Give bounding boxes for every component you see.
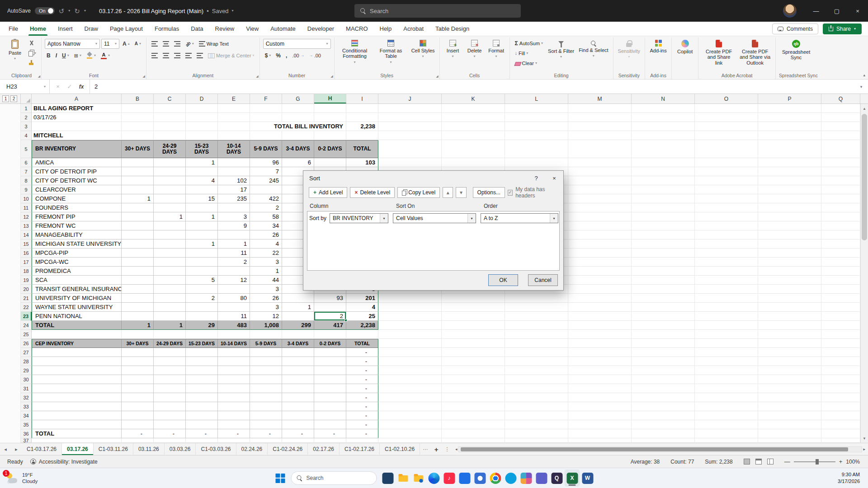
grid-cell[interactable] bbox=[821, 276, 860, 285]
row-header-4[interactable]: 4 bbox=[21, 131, 32, 140]
sheet-tab-c1-02-10-26[interactable]: C1-02.10.26 bbox=[380, 443, 420, 455]
grid-cell[interactable] bbox=[154, 402, 186, 411]
grid-cell[interactable] bbox=[568, 221, 632, 230]
grid-cell[interactable] bbox=[758, 375, 821, 384]
grid-cell[interactable]: 1 bbox=[250, 267, 282, 276]
page-layout-view-button[interactable] bbox=[755, 459, 762, 465]
grid-cell[interactable] bbox=[154, 122, 186, 131]
grid-cell[interactable]: - bbox=[346, 375, 378, 384]
grid-cell[interactable] bbox=[568, 113, 632, 122]
taskbar-clock[interactable]: 9:30 AM 3/17/2026 bbox=[838, 471, 868, 485]
grid-cell[interactable] bbox=[346, 438, 378, 443]
grid-cell[interactable] bbox=[568, 230, 632, 239]
grid-cell[interactable] bbox=[695, 402, 758, 411]
grid-cell[interactable]: 1 bbox=[186, 212, 218, 221]
grid-cell[interactable] bbox=[632, 384, 695, 393]
options-button[interactable]: Options... bbox=[473, 187, 505, 198]
grid-cell[interactable]: 103 bbox=[346, 158, 378, 167]
grid-cell[interactable] bbox=[250, 185, 282, 194]
grid-cell[interactable] bbox=[442, 375, 505, 384]
grid-cell[interactable]: 7 bbox=[250, 167, 282, 176]
grid-cell[interactable]: - bbox=[346, 420, 378, 429]
grid-cell[interactable]: 9 bbox=[218, 221, 250, 230]
q-app-icon[interactable]: Q bbox=[549, 469, 565, 487]
dialog-launcher-icon[interactable]: ◢ bbox=[143, 75, 145, 78]
grid-cell[interactable]: 1 bbox=[122, 321, 154, 330]
dialog-launcher-icon[interactable]: ◢ bbox=[38, 75, 40, 78]
grid-cell[interactable] bbox=[218, 104, 250, 113]
grid-cell[interactable] bbox=[568, 312, 632, 321]
grid-cell[interactable] bbox=[282, 131, 314, 140]
select-all-button[interactable] bbox=[21, 94, 32, 103]
grid-cell[interactable] bbox=[442, 131, 505, 140]
grid-cell[interactable] bbox=[186, 375, 218, 384]
font-name-select[interactable]: Aptos Narrow▾ bbox=[45, 39, 100, 49]
ribbon-tab-file[interactable]: File bbox=[3, 22, 24, 36]
paste-button[interactable]: Paste▾ bbox=[5, 38, 25, 61]
chrome-icon[interactable] bbox=[488, 469, 503, 487]
find-select-button[interactable]: Find & Select▾ bbox=[577, 38, 609, 58]
grid-cell[interactable] bbox=[378, 122, 442, 131]
grid-cell[interactable]: 58 bbox=[250, 212, 282, 221]
grid-cell[interactable] bbox=[314, 384, 346, 393]
grid-cell[interactable] bbox=[632, 104, 695, 113]
grid-cell[interactable] bbox=[282, 375, 314, 384]
grid-cell[interactable]: TOTAL bbox=[32, 321, 122, 330]
grid-cell[interactable] bbox=[186, 258, 218, 267]
grid-cell[interactable] bbox=[568, 276, 632, 285]
grid-cell[interactable] bbox=[758, 176, 821, 185]
grid-cell[interactable] bbox=[154, 438, 186, 443]
grid-cell[interactable] bbox=[250, 113, 282, 122]
grid-cell[interactable] bbox=[314, 113, 346, 122]
grid-cell[interactable] bbox=[632, 366, 695, 375]
grid-cell[interactable]: - bbox=[346, 357, 378, 366]
grid-cell[interactable] bbox=[314, 303, 346, 312]
grid-cell[interactable] bbox=[821, 375, 860, 384]
grid-cell[interactable] bbox=[218, 375, 250, 384]
grid-cell[interactable]: 4 bbox=[250, 239, 282, 249]
move-up-button[interactable]: ▴ bbox=[443, 187, 453, 198]
sheet-tab-03-17-26[interactable]: 03.17.26 bbox=[62, 443, 94, 455]
collapse-ribbon-icon[interactable]: ▴ bbox=[863, 73, 865, 77]
grid-cell[interactable] bbox=[186, 330, 218, 339]
grid-cell[interactable] bbox=[442, 393, 505, 402]
grid-cell[interactable] bbox=[505, 420, 568, 429]
grid-cell[interactable]: - bbox=[346, 402, 378, 411]
grid-cell[interactable]: 1 bbox=[122, 194, 154, 203]
grid-cell[interactable] bbox=[32, 122, 122, 131]
grid-cell[interactable] bbox=[122, 176, 154, 185]
grid-cell[interactable] bbox=[346, 131, 378, 140]
grid-cell[interactable] bbox=[32, 375, 122, 384]
grid-cell[interactable] bbox=[154, 267, 186, 276]
grid-cell[interactable] bbox=[122, 122, 154, 131]
increase-indent-button[interactable] bbox=[195, 51, 205, 61]
grid-cell[interactable]: 0-2 DAYS bbox=[314, 339, 346, 348]
total-bill-inventory-label[interactable]: TOTAL BILL INVENTORY bbox=[250, 122, 346, 131]
row-header-2[interactable]: 2 bbox=[21, 113, 32, 122]
grid-cell[interactable] bbox=[122, 285, 154, 294]
grid-cell[interactable]: 483 bbox=[218, 321, 250, 330]
grid-cell[interactable] bbox=[632, 140, 695, 158]
grid-cell[interactable] bbox=[250, 402, 282, 411]
grid-cell[interactable] bbox=[695, 357, 758, 366]
decrease-indent-button[interactable] bbox=[184, 51, 193, 61]
grid-cell[interactable] bbox=[218, 348, 250, 357]
ribbon-tab-automate[interactable]: Automate bbox=[264, 22, 302, 36]
grid-cell[interactable] bbox=[154, 348, 186, 357]
grid-cell[interactable] bbox=[32, 402, 122, 411]
grid-cell[interactable] bbox=[758, 366, 821, 375]
grid-cell[interactable] bbox=[186, 438, 218, 443]
grid-cell[interactable]: 15-23 DAYS bbox=[186, 140, 218, 158]
row-header-13[interactable]: 13 bbox=[21, 221, 32, 230]
grid-cell[interactable] bbox=[314, 411, 346, 420]
page-break-view-button[interactable] bbox=[767, 459, 774, 465]
grid-cell[interactable] bbox=[314, 357, 346, 366]
share-button[interactable]: Share▾ bbox=[823, 23, 862, 34]
grid-cell[interactable] bbox=[186, 104, 218, 113]
grid-cell[interactable]: COMPONE bbox=[32, 194, 122, 203]
grid-cell[interactable] bbox=[378, 366, 442, 375]
row-header-16[interactable]: 16 bbox=[21, 249, 32, 258]
grid-cell[interactable] bbox=[821, 239, 860, 249]
document-title[interactable]: 03.17.26 - 2026 Bill Aging Report (Main)… bbox=[99, 8, 234, 14]
grid-cell[interactable] bbox=[695, 176, 758, 185]
